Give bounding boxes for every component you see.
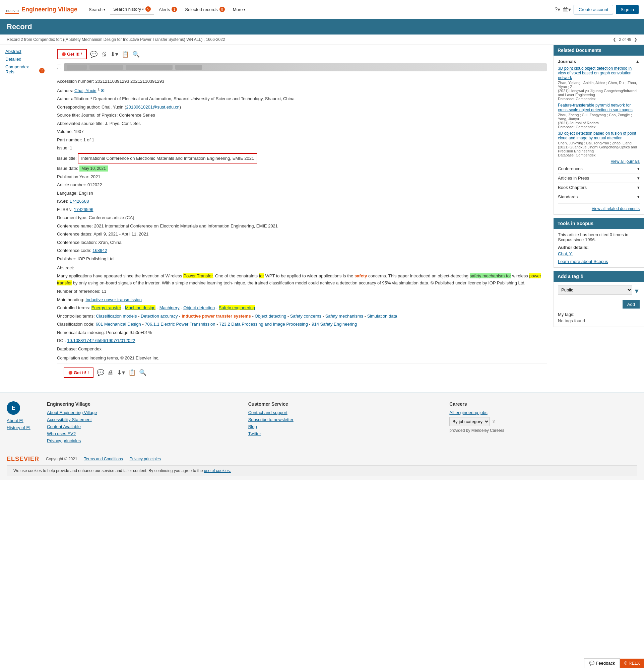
learn-more-scopus-link[interactable]: Learn more about Scopus [558, 259, 608, 264]
controlled-terms-row: Controlled terms: Energy transfer - Mach… [57, 305, 547, 311]
prev-record-icon[interactable]: ❮ [613, 37, 616, 42]
download-icon[interactable]: ⬇▾ [110, 50, 118, 58]
nav-alerts[interactable]: Alerts 1 [155, 5, 180, 14]
conferences-row[interactable]: Conferences ▾ [558, 164, 640, 173]
sidebar-detailed-link[interactable]: Detailed [5, 57, 45, 62]
page-title: Record [7, 22, 32, 31]
journals-header[interactable]: Journals ▲ [558, 59, 640, 64]
issue-date-value: May 10, 2021 [79, 166, 108, 171]
tag-add-button[interactable]: Add [623, 300, 640, 308]
author-email-icon[interactable]: ✉ [101, 88, 105, 93]
footer-careers-link-0[interactable]: All engineering jobs [449, 410, 637, 415]
chat-icon[interactable]: 💬 [90, 50, 98, 58]
corresponding-author-label: Corresponding author: [57, 105, 100, 109]
tag-info-icon[interactable]: ℹ [581, 274, 583, 279]
view-all-journals-link[interactable]: View all journals [558, 159, 640, 164]
conf-dates-row: Conference dates: April 9, 2021 - April … [57, 231, 547, 238]
use-of-cookies-link[interactable]: use of cookies. [204, 468, 231, 473]
main-heading-label: Main heading: [57, 297, 85, 302]
author-scopus-link[interactable]: Chai, Y. [558, 251, 640, 256]
articles-in-press-row[interactable]: Articles in Press ▾ [558, 173, 640, 183]
uncontrolled-term-3[interactable]: Object detecting [255, 314, 286, 319]
sign-in-button[interactable]: Sign in [616, 5, 639, 14]
download-icon-bottom[interactable]: ⬇▾ [117, 369, 125, 376]
related-doc-2-title[interactable]: Feature-transferable pyramid network for… [558, 103, 640, 112]
controlled-term-3[interactable]: Object detection [183, 305, 215, 310]
standards-row[interactable]: Standards ▾ [558, 192, 640, 201]
controlled-term-4[interactable]: Safety engineering [219, 305, 255, 310]
uncontrolled-terms-row: Uncontrolled terms: Classification model… [57, 313, 547, 320]
logo-area[interactable]: ELSEVIER Engineering Village [5, 3, 77, 16]
controlled-term-2[interactable]: Machinery [160, 305, 180, 310]
conf-code-value[interactable]: 168942 [92, 248, 107, 253]
search-doc-icon-bottom[interactable]: 🔍 [139, 369, 146, 376]
footer-ev-link-1[interactable]: Accessibility Statement [47, 417, 235, 422]
search-doc-icon[interactable]: 🔍 [132, 50, 140, 58]
careers-category-select[interactable]: By job category [449, 417, 490, 426]
footer-about-ei-link[interactable]: About EI [7, 418, 33, 423]
corresponding-author-email[interactable]: 20180610201@sust.edu.cn [126, 105, 179, 109]
footer-ev-link-3[interactable]: Who uses EV? [47, 431, 235, 436]
copy-icon-bottom[interactable]: 📋 [128, 369, 136, 376]
sidebar-abstract-link[interactable]: Abstract [5, 49, 45, 54]
record-navigation[interactable]: ❮ 2 of 49 ❯ [613, 37, 637, 42]
uncontrolled-term-4[interactable]: Safety concerns [290, 314, 321, 319]
print-icon[interactable]: 🖨 [101, 50, 107, 58]
institution-icon[interactable]: 🏛▾ [563, 6, 571, 13]
tag-dropdown-icon[interactable]: ▼ [634, 288, 640, 295]
conf-dates-label: Conference dates: [57, 231, 92, 237]
create-account-button[interactable]: Create account [574, 5, 613, 14]
privacy-link[interactable]: Privacy principles [130, 457, 161, 461]
main-heading-value[interactable]: Inductive power transmission [86, 297, 142, 302]
classification-row: Classification code: 601 Mechanical Desi… [57, 321, 547, 328]
footer-col-ev: Engineering Village About Engineering Vi… [47, 401, 235, 445]
nav-search[interactable]: Search ▾ [86, 5, 108, 14]
copy-icon[interactable]: 📋 [122, 50, 129, 58]
nav-selected-records[interactable]: Selected records 0 [182, 5, 228, 14]
nav-search-history[interactable]: Search history ▾ 5 [110, 4, 154, 14]
chat-icon-bottom[interactable]: 💬 [97, 369, 104, 376]
uncontrolled-term-0[interactable]: Classification models [96, 314, 137, 319]
footer-ev-link-0[interactable]: About Engineering Village [47, 410, 235, 415]
footer-history-ei-link[interactable]: History of EI [7, 425, 33, 430]
controlled-term-1[interactable]: Machine design [125, 305, 155, 310]
view-all-related-link[interactable]: View all related documents [558, 203, 640, 211]
related-documents-content: Journals ▲ 3D point cloud object detecti… [554, 56, 644, 215]
copyright-text: Copyright © 2021 [46, 457, 77, 461]
author-link[interactable]: Chai, Yuxin [74, 88, 96, 93]
footer-cs-link-1[interactable]: Subscribe to newsletter [248, 417, 436, 422]
related-doc-3-title[interactable]: 3D object detection based on fusion of p… [558, 131, 640, 140]
get-it-button[interactable]: 🔴 Get it! ! [57, 49, 87, 59]
nav-more[interactable]: More ▾ [229, 5, 249, 14]
conf-code-row: Conference code: 168942 [57, 247, 547, 254]
eissn-value[interactable]: 17426596 [74, 207, 93, 212]
conf-location-label: Conference location: [57, 240, 97, 245]
help-icon[interactable]: ?▾ [555, 6, 560, 13]
issn-value[interactable]: 17426588 [70, 199, 89, 204]
uncontrolled-term-6[interactable]: Simulation data [367, 314, 398, 319]
cookie-bar: We use cookies to help provide and enhan… [7, 465, 637, 476]
tag-visibility-select[interactable]: Public [558, 285, 632, 295]
related-doc-1-title[interactable]: 3D point cloud object detection method i… [558, 66, 640, 80]
corresponding-author-row: Corresponding author: Chai, Yuxin (20180… [57, 104, 547, 110]
footer-ev-link-4[interactable]: Privacy principles [47, 438, 235, 443]
uncontrolled-term-5[interactable]: Safety mechanisms [325, 314, 363, 319]
get-it-button-bottom[interactable]: 🔴 Get it! ! [64, 367, 93, 378]
print-icon-bottom[interactable]: 🖨 [107, 369, 114, 376]
footer-cs-link-3[interactable]: Twitter [248, 431, 436, 436]
compilation-text: Compilation and indexing terms, © 2021 E… [57, 355, 160, 361]
controlled-term-0[interactable]: Energy transfer [91, 305, 121, 310]
uncontrolled-term-2[interactable]: Inductive power transfer systems [182, 314, 251, 319]
footer-ev-link-2[interactable]: Content Available [47, 424, 235, 429]
careers-provided-text: provided by Mendeley Careers [449, 428, 637, 433]
book-chapters-row[interactable]: Book Chapters ▾ [558, 183, 640, 192]
volume-row: Volume: 1907 [57, 128, 547, 135]
footer-cs-link-2[interactable]: Blog [248, 424, 436, 429]
terms-link[interactable]: Terms and Conditions [84, 457, 123, 461]
next-record-icon[interactable]: ❯ [634, 37, 637, 42]
record-checkbox[interactable] [57, 65, 61, 69]
uncontrolled-term-1[interactable]: Detection accuracy [141, 314, 178, 319]
footer-cs-link-0[interactable]: Contact and support [248, 410, 436, 415]
sidebar-compendex-refs-link[interactable]: Compendex Refs [5, 64, 38, 74]
doi-value[interactable]: 10.1088/1742-6596/1907/1/012022 [67, 338, 135, 343]
